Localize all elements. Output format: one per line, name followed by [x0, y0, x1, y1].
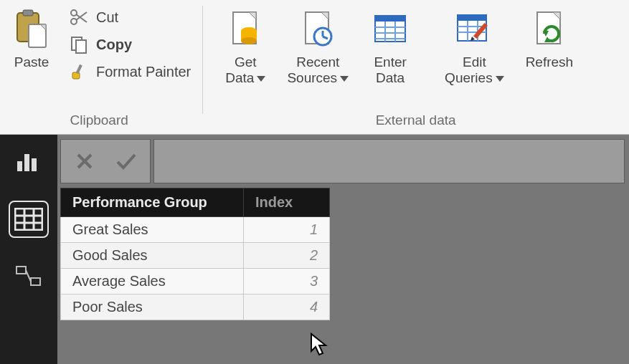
- svg-marker-17: [257, 76, 265, 82]
- ribbon: Paste Cut: [0, 0, 629, 135]
- svg-rect-32: [458, 15, 486, 21]
- paintbrush-icon: [69, 62, 89, 82]
- cut-button[interactable]: Cut: [65, 6, 195, 29]
- commit-formula-button[interactable]: [115, 150, 137, 172]
- enter-data-label: Enter Data: [374, 54, 406, 86]
- chevron-down-icon: [496, 70, 504, 86]
- refresh-label: Refresh: [526, 54, 574, 70]
- svg-marker-23: [340, 76, 349, 82]
- svg-rect-52: [16, 267, 26, 274]
- recent-sources-icon: [298, 7, 338, 52]
- paste-label: Paste: [14, 54, 49, 70]
- cut-label: Cut: [96, 9, 118, 26]
- data-view-button[interactable]: [13, 205, 44, 234]
- svg-rect-9: [76, 40, 86, 53]
- report-view-button[interactable]: [13, 148, 44, 176]
- view-switcher: [0, 135, 57, 364]
- table-row[interactable]: Great Sales 1: [61, 217, 330, 243]
- cell-index[interactable]: 2: [244, 243, 330, 269]
- copy-icon: [69, 34, 89, 54]
- svg-rect-47: [15, 209, 42, 230]
- edit-queries-icon: [454, 7, 494, 52]
- svg-rect-11: [76, 64, 82, 74]
- chevron-down-icon: [340, 70, 349, 86]
- get-data-button[interactable]: Get Data: [217, 3, 274, 87]
- table-row[interactable]: Good Sales 2: [61, 243, 330, 269]
- get-data-icon: [225, 7, 265, 52]
- ribbon-group-clipboard: Paste Cut: [0, 0, 202, 134]
- svg-rect-1: [23, 10, 33, 16]
- cell-index[interactable]: 1: [244, 217, 330, 243]
- cell-name[interactable]: Poor Sales: [61, 294, 244, 320]
- paste-icon: [11, 7, 52, 52]
- svg-rect-53: [31, 278, 40, 285]
- model-view-button[interactable]: [13, 262, 44, 291]
- format-painter-button[interactable]: Format Painter: [65, 60, 195, 83]
- cell-index[interactable]: 4: [244, 294, 330, 320]
- paste-button[interactable]: Paste: [3, 3, 60, 72]
- recent-sources-button[interactable]: Recent Sources: [278, 3, 357, 87]
- data-table: Performance Group Index Great Sales 1 Go…: [60, 188, 330, 320]
- cell-name[interactable]: Good Sales: [61, 243, 244, 269]
- edit-queries-label: Edit Queries: [445, 54, 493, 85]
- refresh-icon: [529, 7, 569, 52]
- clipboard-group-label: Clipboard: [3, 110, 195, 133]
- cell-name[interactable]: Average Sales: [61, 269, 244, 294]
- ribbon-group-external-data: Get Data Recent Sources: [202, 0, 629, 134]
- svg-rect-25: [375, 16, 405, 21]
- copy-label: Copy: [96, 37, 132, 53]
- cell-name[interactable]: Great Sales: [61, 217, 244, 243]
- external-data-group-label: External data: [209, 110, 622, 133]
- cancel-formula-button[interactable]: [74, 150, 95, 172]
- edit-queries-button[interactable]: Edit Queries: [436, 3, 513, 87]
- get-data-label: Get Data: [225, 54, 256, 85]
- column-header-performance-group[interactable]: Performance Group: [61, 188, 244, 217]
- enter-data-button[interactable]: Enter Data: [361, 3, 419, 87]
- svg-rect-46: [32, 158, 37, 171]
- svg-marker-39: [496, 76, 504, 82]
- formula-bar: [57, 135, 629, 188]
- svg-point-16: [241, 37, 257, 44]
- column-header-index[interactable]: Index: [244, 188, 330, 217]
- enter-data-icon: [370, 7, 410, 52]
- cell-index[interactable]: 3: [244, 269, 330, 294]
- copy-button[interactable]: Copy: [65, 33, 195, 56]
- table-row[interactable]: Poor Sales 4: [61, 294, 330, 320]
- recent-sources-label: Recent Sources: [287, 54, 339, 85]
- refresh-button[interactable]: Refresh: [517, 3, 582, 72]
- formula-input[interactable]: [153, 139, 625, 183]
- work-area: Performance Group Index Great Sales 1 Go…: [0, 135, 629, 364]
- svg-line-54: [26, 270, 31, 282]
- format-painter-label: Format Painter: [96, 64, 191, 80]
- canvas: Performance Group Index Great Sales 1 Go…: [57, 135, 629, 364]
- svg-rect-45: [24, 154, 29, 171]
- scissors-icon: [69, 7, 89, 27]
- table-row[interactable]: Average Sales 3: [61, 269, 330, 294]
- svg-rect-44: [17, 161, 22, 171]
- chevron-down-icon: [257, 70, 265, 86]
